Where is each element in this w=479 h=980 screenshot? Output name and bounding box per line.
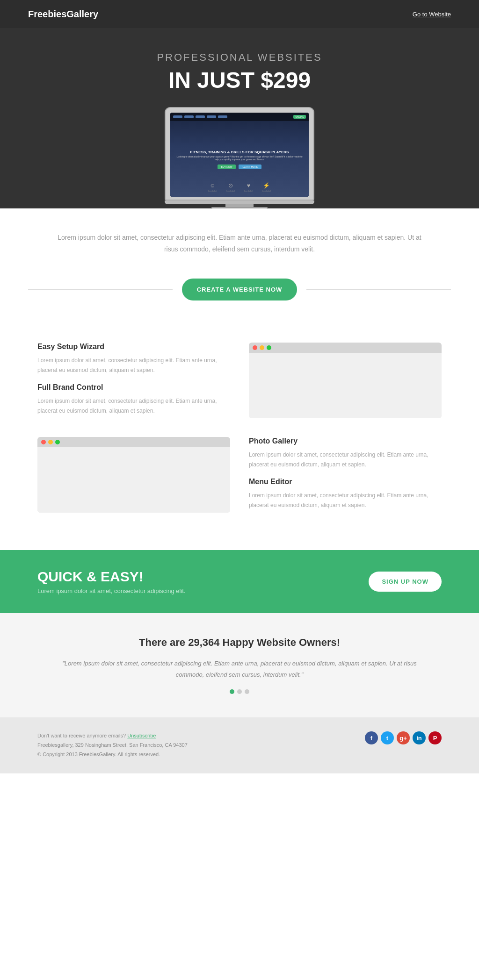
laptop-icon-4: ⚡Icon Label bbox=[262, 182, 270, 192]
goto-website-link[interactable]: Go to Website bbox=[413, 11, 451, 18]
social-pinterest-icon[interactable]: P bbox=[428, 731, 442, 744]
testimonial-dot-3[interactable] bbox=[245, 689, 249, 694]
features-section: Easy Setup Wizard Lorem ipsum dolor sit … bbox=[0, 324, 479, 550]
social-linkedin-icon[interactable]: in bbox=[413, 731, 426, 744]
hero-section: PROFESSIONAL WEBSITES IN JUST $299 ONLIN… bbox=[0, 28, 479, 208]
browser-body-1 bbox=[249, 353, 442, 418]
description-text: Lorem ipsum dolor sit amet, consectetur … bbox=[56, 232, 423, 255]
feature-desc-1: Lorem ipsum dolor sit amet, consectetur … bbox=[37, 356, 230, 375]
laptop-image: ONLINE FITNESS, TRAINING & DRILLS FOR SQ… bbox=[28, 107, 451, 208]
cta-line-left bbox=[28, 289, 173, 290]
laptop-icon-2: ⊙Icon Label bbox=[226, 182, 235, 192]
testimonial-dot-1[interactable] bbox=[230, 689, 234, 694]
feature-title-3: Photo Gallery bbox=[249, 437, 442, 445]
browser-dot-red-1 bbox=[253, 345, 257, 350]
laptop-heading: FITNESS, TRAINING & DRILLS FOR SQUASH PL… bbox=[186, 150, 294, 154]
browser-bar-2 bbox=[37, 437, 230, 447]
footer-copyright: © Copyright 2013 FreebiesGallery. All ri… bbox=[37, 750, 188, 759]
feature-title-1: Easy Setup Wizard bbox=[37, 343, 230, 351]
green-band-section: QUICK & EASY! Lorem ipsum dolor sit amet… bbox=[0, 550, 479, 613]
laptop-buttons: BUY NOW LEARN MORE bbox=[218, 165, 262, 169]
feature-image-1 bbox=[249, 343, 442, 418]
browser-dot-yellow-1 bbox=[260, 345, 264, 350]
social-twitter-icon[interactable]: t bbox=[381, 731, 394, 744]
laptop-icons: ☺Icon Label ⊙Icon Label ♥Icon Label ⚡Ico… bbox=[170, 182, 309, 192]
header: FreebiesGallery Go to Website bbox=[0, 0, 479, 28]
feature-text-2: Photo Gallery Lorem ipsum dolor sit amet… bbox=[249, 437, 442, 510]
browser-body-2 bbox=[37, 447, 230, 513]
laptop-nav: ONLINE bbox=[170, 113, 309, 121]
browser-dot-yellow-2 bbox=[48, 440, 53, 444]
green-band-text: QUICK & EASY! Lorem ipsum dolor sit amet… bbox=[37, 569, 185, 594]
feature-text-1: Easy Setup Wizard Lorem ipsum dolor sit … bbox=[37, 343, 230, 415]
footer-info: Don't want to receive anymore emails? Un… bbox=[37, 731, 188, 759]
unsubscribe-text: Don't want to receive anymore emails? bbox=[37, 733, 126, 738]
testimonial-dots bbox=[56, 689, 423, 694]
testimonial-dot-2[interactable] bbox=[237, 689, 242, 694]
testimonial-quote: "Lorem ipsum dolor sit amet, consectetur… bbox=[56, 658, 423, 680]
feature-image-2 bbox=[37, 437, 230, 513]
browser-dot-green-2 bbox=[55, 440, 60, 444]
feature-title-4: Menu Editor bbox=[249, 478, 442, 486]
mock-browser-1 bbox=[249, 343, 442, 418]
feature-row-2: Photo Gallery Lorem ipsum dolor sit amet… bbox=[37, 437, 442, 513]
feature-row-1: Easy Setup Wizard Lorem ipsum dolor sit … bbox=[37, 343, 442, 418]
testimonial-section: There are 29,364 Happy Website Owners! "… bbox=[0, 613, 479, 717]
create-website-button[interactable]: CREATE A WEBSITE NOW bbox=[182, 279, 298, 300]
footer-address: Freebiesgallery, 329 Nosingham Street, S… bbox=[37, 741, 188, 750]
logo: FreebiesGallery bbox=[28, 9, 98, 20]
laptop-online-btn: ONLINE bbox=[293, 115, 306, 119]
feature-title-2: Full Brand Control bbox=[37, 383, 230, 392]
green-band-heading: QUICK & EASY! bbox=[37, 569, 185, 585]
browser-dot-red-2 bbox=[41, 440, 46, 444]
hero-title: IN JUST $299 bbox=[28, 67, 451, 93]
feature-desc-4: Lorem ipsum dolor sit amet, consectetur … bbox=[249, 491, 442, 510]
social-icons: f t g+ in P bbox=[365, 731, 442, 744]
laptop-icon-3: ♥Icon Label bbox=[244, 182, 253, 192]
laptop-icon-1: ☺Icon Label bbox=[208, 182, 217, 192]
signup-button[interactable]: SIGN UP NOW bbox=[369, 572, 442, 592]
testimonial-title: There are 29,364 Happy Website Owners! bbox=[56, 637, 423, 649]
cta-section: CREATE A WEBSITE NOW bbox=[0, 269, 479, 324]
feature-desc-2: Lorem ipsum dolor sit amet, consectetur … bbox=[37, 396, 230, 415]
laptop: ONLINE FITNESS, TRAINING & DRILLS FOR SQ… bbox=[165, 107, 314, 208]
laptop-buy-btn: BUY NOW bbox=[218, 165, 236, 169]
browser-bar-1 bbox=[249, 343, 442, 353]
unsubscribe-line: Don't want to receive anymore emails? Un… bbox=[37, 731, 188, 741]
footer: Don't want to receive anymore emails? Un… bbox=[0, 717, 479, 773]
description-section: Lorem ipsum dolor sit amet, consectetur … bbox=[0, 208, 479, 269]
unsubscribe-link[interactable]: Unsubscribe bbox=[127, 733, 156, 738]
hero-subtitle: PROFESSIONAL WEBSITES bbox=[28, 51, 451, 64]
green-band-subtext: Lorem ipsum dolor sit amet, consectetur … bbox=[37, 587, 185, 594]
laptop-learn-btn: LEARN MORE bbox=[239, 165, 261, 169]
cta-line-right bbox=[306, 289, 451, 290]
laptop-subtext: Looking to dramatically improve your squ… bbox=[170, 154, 309, 162]
feature-desc-3: Lorem ipsum dolor sit amet, consectetur … bbox=[249, 450, 442, 469]
mock-browser-2 bbox=[37, 437, 230, 513]
social-googleplus-icon[interactable]: g+ bbox=[397, 731, 410, 744]
browser-dot-green-1 bbox=[267, 345, 271, 350]
social-facebook-icon[interactable]: f bbox=[365, 731, 378, 744]
